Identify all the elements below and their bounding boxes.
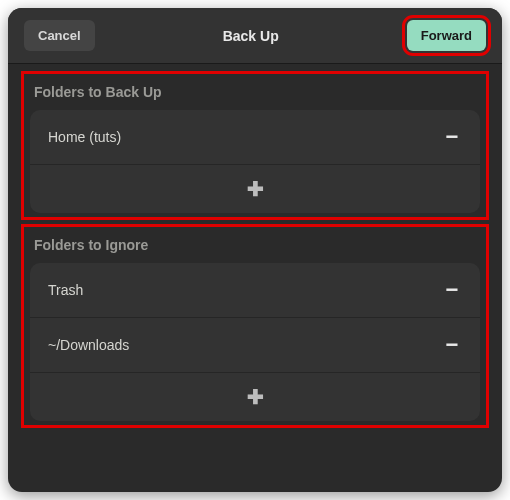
remove-icon[interactable]: − — [442, 126, 462, 148]
remove-icon[interactable]: − — [442, 334, 462, 356]
list-item: ~/Downloads − — [30, 318, 480, 373]
forward-button[interactable]: Forward — [407, 20, 486, 51]
folder-label: Home (tuts) — [48, 129, 121, 145]
backup-folder-list: Home (tuts) − ✚ — [30, 110, 480, 213]
folders-to-backup-section: Folders to Back Up Home (tuts) − ✚ — [24, 74, 486, 217]
plus-icon: ✚ — [247, 179, 264, 199]
backup-window: Cancel Back Up Forward Folders to Back U… — [8, 8, 502, 492]
folders-to-ignore-section: Folders to Ignore Trash − ~/Downloads − … — [24, 227, 486, 425]
ignore-folder-list: Trash − ~/Downloads − ✚ — [30, 263, 480, 421]
section-title-backup: Folders to Back Up — [30, 80, 480, 110]
remove-icon[interactable]: − — [442, 279, 462, 301]
list-item: Home (tuts) − — [30, 110, 480, 165]
section-title-ignore: Folders to Ignore — [30, 233, 480, 263]
cancel-button[interactable]: Cancel — [24, 20, 95, 51]
add-backup-folder-button[interactable]: ✚ — [30, 165, 480, 213]
content-area: Folders to Back Up Home (tuts) − ✚ Folde… — [8, 64, 502, 492]
header-bar: Cancel Back Up Forward — [8, 8, 502, 64]
window-title: Back Up — [95, 28, 407, 44]
add-ignore-folder-button[interactable]: ✚ — [30, 373, 480, 421]
folder-label: ~/Downloads — [48, 337, 129, 353]
plus-icon: ✚ — [247, 387, 264, 407]
list-item: Trash − — [30, 263, 480, 318]
folder-label: Trash — [48, 282, 83, 298]
